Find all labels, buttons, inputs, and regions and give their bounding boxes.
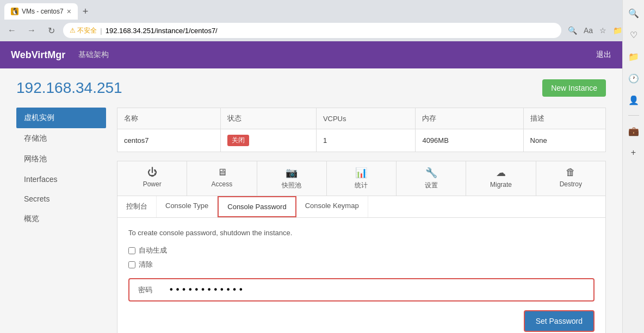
clear-checkbox[interactable] [128,261,135,268]
col-status: 状态 [221,108,316,129]
tab-migrate-label: Migrate [490,181,512,189]
tab-access-label: Access [212,180,233,188]
address-bar-row: ← → ↻ ⚠ 不安全 | 🔍 Aa ☆ 📁 E [0,20,644,41]
cell-desc: None [523,129,605,152]
new-tab-button[interactable]: + [78,4,93,19]
sub-tab-console-password[interactable]: Console Password [218,196,296,217]
destroy-icon: 🗑 [566,167,575,178]
page-title: 192.168.34.251 [16,79,122,97]
tab-settings[interactable]: 🔧 设置 [397,161,466,196]
back-button[interactable]: ← [4,23,20,38]
sidebar-item-storage[interactable]: 存储池 [16,128,106,149]
reader-mode-btn[interactable]: Aa [581,25,595,36]
sub-tabs: 控制台 Console Type Console Password Consol… [117,196,606,218]
sub-tab-console-keymap[interactable]: Console Keymap [296,196,368,217]
sidebar-item-secrets[interactable]: Secrets [16,189,106,209]
password-input[interactable] [169,285,585,295]
browser-chrome: 🐧 VMs - centos7 × + ← → ↻ ⚠ 不安全 | 🔍 Aa ☆… [0,0,644,41]
sidebar-divider [628,115,639,116]
tab-snapshot[interactable]: 📷 快照池 [257,161,327,196]
search-icon-btn[interactable]: 🔍 [566,25,579,36]
tab-title: VMs - centos7 [22,8,64,15]
page-content: 192.168.34.251 New Instance 虚机实例 存储池 网络池… [0,68,622,333]
forward-button[interactable]: → [24,23,39,38]
tab-favicon: 🐧 [11,8,18,15]
cell-name: centos7 [117,129,221,152]
table-row[interactable]: centos7 关闭 1 4096MB None [117,129,606,152]
cell-vcpus: 1 [316,129,416,152]
col-desc: 描述 [523,108,605,129]
address-separator: | [100,27,102,35]
sidebar-item-interfaces[interactable]: Interfaces [16,169,106,189]
tab-stats-label: 统计 [355,181,368,190]
snapshot-icon: 📷 [286,167,298,179]
navbar: WebVirtMgr 基础架构 退出 [0,41,622,68]
main-content: 名称 状态 VCPUs 内存 描述 centos7 关闭 [117,108,606,333]
sub-tab-console-type[interactable]: Console Type [157,196,218,217]
access-icon: 🖥 [217,167,227,178]
tab-power-label: Power [143,180,162,188]
col-memory: 内存 [416,108,523,129]
browser-history-icon-btn[interactable]: 🕐 [625,70,642,87]
browser-wallet-icon-btn[interactable]: 💼 [625,122,642,140]
tab-destroy-label: Destroy [560,180,582,188]
col-vcpus: VCPUs [316,108,416,129]
clear-text: 清除 [139,260,153,269]
auto-generate-checkbox[interactable] [128,247,135,254]
tab-stats[interactable]: 📊 统计 [327,161,397,196]
active-tab[interactable]: 🐧 VMs - centos7 × [4,3,78,20]
main-layout: 虚机实例 存储池 网络池 Interfaces Secrets 概览 名称 状态… [16,108,606,333]
sidebar: 虚机实例 存储池 网络池 Interfaces Secrets 概览 [16,108,106,333]
clear-label[interactable]: 清除 [128,260,595,269]
password-row: 密码 [128,278,595,301]
status-badge: 关闭 [227,135,249,146]
navbar-brand: WebVirtMgr [11,49,65,61]
page-header: 192.168.34.251 New Instance [16,79,606,97]
address-input[interactable] [106,27,555,35]
sidebar-item-network[interactable]: 网络池 [16,149,106,169]
browser-favorites-icon-btn[interactable]: ♡ [625,26,642,43]
new-instance-button[interactable]: New Instance [542,79,606,97]
navbar-infrastructure-link[interactable]: 基础架构 [78,50,109,60]
set-password-area: Set Password [128,310,595,332]
sidebar-item-vm-instances[interactable]: 虚机实例 [16,108,106,128]
logout-link[interactable]: 退出 [596,50,611,60]
browser-add-icon-btn[interactable]: + [625,144,642,161]
browser-sidebar-icons: 🔍 ♡ 📁 🕐 👤 💼 + [622,0,644,333]
auto-generate-text: 自动生成 [139,246,167,255]
stats-icon: 📊 [355,167,367,179]
browser-accounts-icon-btn[interactable]: 👤 [625,91,642,109]
address-bar[interactable]: ⚠ 不安全 | [63,23,561,38]
sidebar-item-overview[interactable]: 概览 [16,209,106,229]
auto-generate-label[interactable]: 自动生成 [128,246,595,255]
refresh-button[interactable]: ↻ [44,23,59,38]
insecure-badge: ⚠ 不安全 [70,26,97,35]
settings-icon: 🔧 [425,167,437,179]
tab-access[interactable]: 🖥 Access [187,161,257,196]
app-container: WebVirtMgr 基础架构 退出 192.168.34.251 New In… [0,41,622,333]
password-label: 密码 [138,285,160,295]
tab-close-button[interactable]: × [67,7,71,16]
checkbox-group: 自动生成 清除 [128,246,595,269]
cell-status: 关闭 [221,129,316,152]
tab-bar: 🐧 VMs - centos7 × + [0,0,644,20]
form-message: To create console password, shutdown the… [128,229,595,237]
set-password-button[interactable]: Set Password [524,310,595,332]
console-password-form: To create console password, shutdown the… [117,218,606,333]
favorites-btn[interactable]: ☆ [597,25,609,36]
instances-table: 名称 状态 VCPUs 内存 描述 centos7 关闭 [117,108,606,152]
tab-migrate[interactable]: ☁ Migrate [466,161,536,196]
tab-destroy[interactable]: 🗑 Destroy [536,161,605,196]
sub-tab-console[interactable]: 控制台 [117,196,157,217]
col-name: 名称 [117,108,221,129]
tab-power[interactable]: ⏻ Power [117,161,187,196]
action-tabs: ⏻ Power 🖥 Access 📷 快照池 📊 统计 [117,161,606,196]
migrate-icon: ☁ [496,167,506,179]
browser-collections-icon-btn[interactable]: 📁 [625,48,642,65]
tab-snapshot-label: 快照池 [282,181,301,190]
browser-search-icon-btn[interactable]: 🔍 [625,4,642,22]
cell-memory: 4096MB [416,129,523,152]
tab-settings-label: 设置 [425,181,438,190]
power-icon: ⏻ [147,167,157,178]
